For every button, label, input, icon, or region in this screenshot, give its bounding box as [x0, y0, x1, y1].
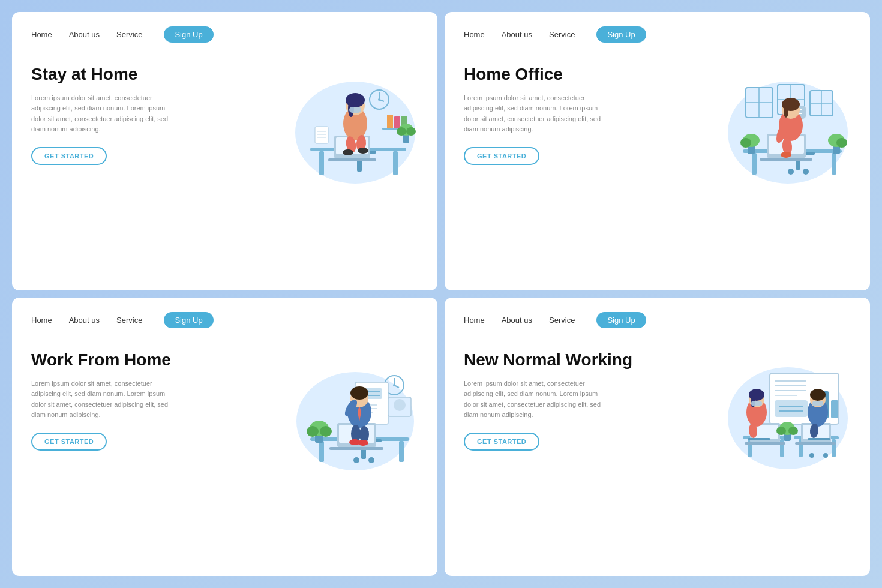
card-work-from-home: Home About us Service Sign Up Work From …	[12, 298, 437, 576]
text-section-1: Stay at Home Lorem ipsum dolor sit amet,…	[31, 55, 262, 165]
illus-svg-2	[695, 55, 851, 187]
signup-btn-3[interactable]: Sign Up	[164, 312, 213, 328]
svg-point-90	[353, 457, 359, 463]
hero-title-4: New Normal Working	[464, 350, 695, 370]
nav-home-3[interactable]: Home	[31, 316, 52, 325]
text-section-4: New Normal Working Lorem ipsum dolor sit…	[464, 340, 695, 451]
card-home-office: Home About us Service Sign Up Home Offic…	[445, 12, 870, 290]
svg-point-67	[740, 138, 751, 148]
svg-rect-50	[832, 153, 836, 175]
svg-rect-3	[393, 151, 398, 175]
navbar-1: Home About us Service Sign Up	[31, 26, 418, 43]
illus-svg-4	[695, 340, 851, 472]
svg-rect-122	[780, 439, 784, 457]
svg-rect-30	[315, 127, 328, 143]
illus-svg-3	[262, 340, 418, 472]
nav-about-3[interactable]: About us	[69, 316, 100, 325]
card-new-normal: Home About us Service Sign Up New Normal…	[445, 298, 870, 576]
content-area-4: New Normal Working Lorem ipsum dolor sit…	[464, 340, 851, 562]
svg-point-106	[307, 426, 319, 437]
svg-rect-125	[745, 442, 785, 445]
text-section-2: Home Office Lorem ipsum dolor sit amet, …	[464, 55, 695, 165]
svg-point-62	[784, 106, 788, 118]
svg-point-141	[810, 389, 826, 401]
svg-point-146	[823, 453, 828, 458]
nav-service-2[interactable]: Service	[549, 30, 575, 39]
svg-rect-142	[812, 401, 823, 406]
svg-point-149	[776, 427, 786, 435]
nav-about-1[interactable]: About us	[69, 30, 100, 39]
navbar-2: Home About us Service Sign Up	[464, 26, 851, 43]
svg-rect-22	[387, 115, 393, 130]
svg-rect-86	[319, 441, 324, 462]
navbar-4: Home About us Service Sign Up	[464, 312, 851, 328]
card-stay-at-home: Home About us Service Sign Up Stay at Ho…	[12, 12, 437, 290]
svg-point-128	[749, 389, 764, 401]
svg-point-17	[358, 148, 368, 154]
hero-desc-3: Lorem ipsum dolor sit amet, consectetuer…	[31, 379, 175, 421]
svg-point-53	[788, 169, 794, 175]
svg-rect-132	[748, 438, 770, 440]
svg-rect-135	[832, 439, 836, 457]
svg-point-150	[788, 427, 798, 435]
hero-title-3: Work From Home	[31, 350, 262, 370]
hero-title-2: Home Office	[464, 64, 695, 85]
svg-point-103	[358, 440, 368, 446]
signup-btn-1[interactable]: Sign Up	[164, 26, 213, 43]
hero-desc-4: Lorem ipsum dolor sit amet, consectetuer…	[464, 379, 608, 421]
svg-point-54	[803, 169, 809, 175]
signup-btn-4[interactable]: Sign Up	[596, 312, 646, 328]
svg-rect-130	[751, 401, 762, 406]
svg-point-64	[781, 152, 791, 158]
svg-point-16	[343, 149, 353, 155]
svg-rect-2	[319, 151, 324, 175]
content-area-3: Work From Home Lorem ipsum dolor sit ame…	[31, 340, 418, 562]
svg-rect-23	[394, 116, 400, 130]
content-area-1: Stay at Home Lorem ipsum dolor sit amet,…	[31, 55, 418, 276]
illustration-1	[262, 55, 418, 187]
svg-point-98	[350, 386, 368, 400]
svg-rect-13	[349, 107, 361, 113]
svg-point-145	[809, 453, 814, 458]
svg-point-91	[368, 457, 374, 463]
nav-home-4[interactable]: Home	[464, 316, 485, 325]
nav-home-1[interactable]: Home	[31, 30, 52, 39]
svg-rect-8	[328, 158, 376, 161]
svg-rect-117	[775, 400, 808, 417]
text-section-3: Work From Home Lorem ipsum dolor sit ame…	[31, 340, 262, 451]
hero-title-1: Stay at Home	[31, 64, 262, 85]
signup-btn-2[interactable]: Sign Up	[596, 26, 646, 43]
svg-rect-87	[399, 441, 404, 462]
nav-service-4[interactable]: Service	[549, 316, 575, 325]
svg-point-28	[397, 127, 406, 136]
nav-home-2[interactable]: Home	[464, 30, 485, 39]
hero-desc-1: Lorem ipsum dolor sit amet, consectetuer…	[31, 93, 175, 135]
hero-desc-2: Lorem ipsum dolor sit amet, consectetuer…	[464, 93, 608, 135]
content-area-2: Home Office Lorem ipsum dolor sit amet, …	[464, 55, 851, 276]
svg-point-107	[320, 426, 332, 437]
nav-about-4[interactable]: About us	[502, 316, 532, 325]
get-started-btn-3[interactable]: GET STARTED	[31, 433, 107, 451]
nav-service-1[interactable]: Service	[116, 30, 142, 39]
nav-service-3[interactable]: Service	[116, 316, 142, 325]
svg-point-84	[394, 399, 406, 411]
navbar-3: Home About us Service Sign Up	[31, 312, 418, 328]
illus-svg-1	[262, 55, 418, 187]
illustration-2	[695, 55, 851, 187]
svg-point-29	[406, 127, 416, 136]
svg-point-70	[836, 138, 847, 148]
get-started-btn-1[interactable]: GET STARTED	[31, 147, 107, 165]
svg-rect-94	[329, 447, 383, 450]
svg-rect-57	[760, 158, 812, 161]
illustration-3	[262, 340, 418, 472]
svg-rect-49	[752, 153, 757, 175]
illustration-4	[695, 340, 851, 472]
svg-rect-112	[831, 400, 838, 418]
nav-about-2[interactable]: About us	[502, 30, 532, 39]
svg-rect-138	[795, 442, 836, 445]
get-started-btn-4[interactable]: GET STARTED	[464, 433, 539, 451]
get-started-btn-2[interactable]: GET STARTED	[464, 147, 539, 165]
svg-rect-144	[808, 438, 830, 440]
